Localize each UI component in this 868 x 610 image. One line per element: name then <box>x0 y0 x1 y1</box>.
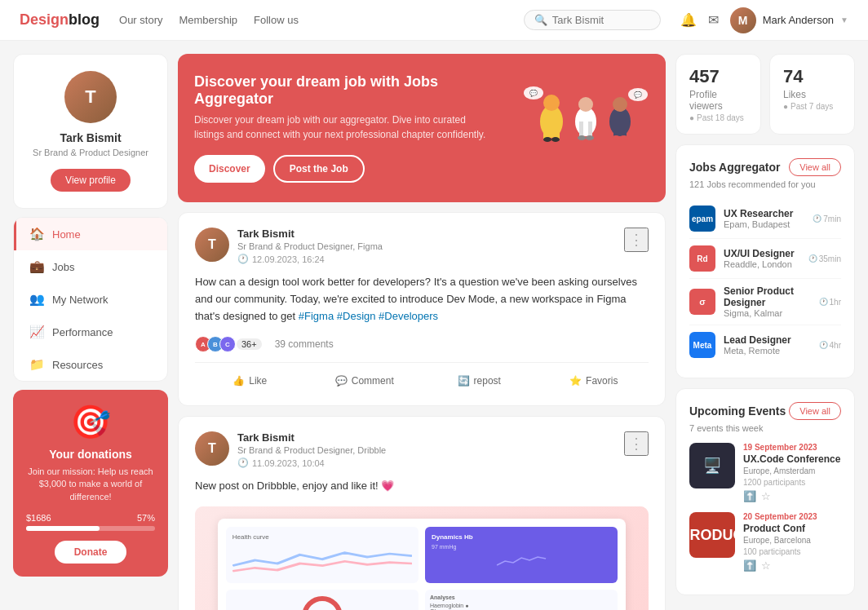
jobs-section-header: Jobs Aggregator View all <box>689 158 841 176</box>
progress-bar-fill <box>26 526 100 531</box>
svg-rect-9 <box>588 122 592 138</box>
profile-role: Sr Brand & Product Designer <box>27 148 154 157</box>
reaction-avatars: A B C <box>195 336 232 352</box>
clock-icon-job-2: 🕐 <box>808 254 817 263</box>
donations-card: 🎯 Your donations Join our mission: Help … <box>13 390 168 577</box>
profile-card: T Tark Bismit Sr Brand & Product Designe… <box>13 54 168 209</box>
svg-point-16 <box>543 137 551 142</box>
post-header-2: T Tark Bismit Sr Brand & Product Designe… <box>195 431 649 468</box>
main-feed: Discover your dream job with Jobs Aggreg… <box>178 54 666 610</box>
share-icon-1[interactable]: ⬆️ <box>743 490 756 502</box>
job-info-3: Senior Product Designer Sigma, Kalmar <box>724 285 811 318</box>
post-time-2: 🕐 11.09.2023, 10:04 <box>237 458 386 468</box>
svg-rect-8 <box>579 122 583 138</box>
svg-point-21 <box>620 135 628 140</box>
view-profile-button[interactable]: View profile <box>51 169 131 192</box>
network-icon: 👥 <box>29 292 44 307</box>
post-menu-button-2[interactable]: ⋮ <box>624 431 649 456</box>
post-user-role-2: Sr Brand & Product Designer, Dribble <box>237 445 386 455</box>
donate-button[interactable]: Donate <box>55 541 127 564</box>
post-user-role: Sr Brand & Product Designer, Figma <box>237 241 383 251</box>
job-item-2: Rd UX/UI Designer Readdle, London 🕐 35mi… <box>689 239 841 279</box>
svg-point-17 <box>551 137 560 142</box>
sidebar-item-label: Performance <box>52 326 113 338</box>
jobs-view-all-button[interactable]: View all <box>789 158 841 176</box>
likes-count: 74 <box>783 66 841 87</box>
share-icon-2[interactable]: ⬆️ <box>743 559 756 572</box>
job-title: UX Researcher <box>724 208 804 219</box>
post-job-button[interactable]: Post the Job <box>273 155 365 183</box>
like-button[interactable]: 👍 Like <box>195 371 305 391</box>
clock-icon-job: 🕐 <box>813 214 822 223</box>
favoris-button[interactable]: ⭐ Favoris <box>539 371 649 391</box>
likes-card: 74 Likes ● Past 7 days <box>769 54 855 135</box>
job-item-4: Meta Lead Designer Meta, Remote 🕐 4hr <box>689 325 841 365</box>
hashtag-design[interactable]: #Design <box>337 310 376 322</box>
job-time-4: 🕐 4hr <box>819 341 841 350</box>
svg-point-19 <box>586 135 594 140</box>
job-logo-sigma: σ <box>689 289 715 315</box>
post-content-2: New post on Dribbble, enjoy and like it!… <box>195 478 649 495</box>
avatar: M <box>730 7 756 33</box>
svg-rect-3 <box>555 122 560 139</box>
hashtag-figma[interactable]: #Figma <box>299 310 334 322</box>
comment-icon: 💬 <box>335 375 348 387</box>
banner-illustration: 💬 💬 <box>519 77 649 179</box>
svg-rect-12 <box>613 122 618 138</box>
job-logo-readdle: Rd <box>689 245 715 272</box>
progress-bar-background <box>26 526 155 531</box>
banner-title: Discover your dream job with Jobs Aggreg… <box>194 73 506 108</box>
profile-avatar: T <box>64 71 117 123</box>
events-card: Upcoming Events View all 7 events this w… <box>675 388 855 595</box>
sidebar-item-jobs[interactable]: 💼 Jobs <box>14 250 167 283</box>
bookmark-icon-2[interactable]: ☆ <box>761 559 771 572</box>
job-time-2: 🕐 35min <box>808 254 841 263</box>
sidebar-item-network[interactable]: 👥 My Network <box>14 283 167 316</box>
svg-point-7 <box>578 97 593 112</box>
post-user: T Tark Bismit Sr Brand & Product Designe… <box>195 228 383 264</box>
sidebar-item-performance[interactable]: 📈 Performance <box>14 316 167 348</box>
job-info-4: Lead Designer Meta, Remote <box>724 334 811 356</box>
post-card: T Tark Bismit Sr Brand & Product Designe… <box>178 212 666 406</box>
svg-rect-2 <box>543 122 548 139</box>
comment-button[interactable]: 💬 Comment <box>310 371 420 391</box>
sidebar-item-home[interactable]: 🏠 Home <box>14 218 167 250</box>
search-bar[interactable]: 🔍 <box>524 10 661 30</box>
hashtag-developers[interactable]: #Developers <box>379 310 438 322</box>
navbar: Designblog Our story Membership Follow u… <box>0 0 868 41</box>
post-menu-button[interactable]: ⋮ <box>624 228 649 252</box>
svg-point-1 <box>543 95 560 111</box>
event-name-2: Product Conf <box>743 523 841 534</box>
discover-button[interactable]: Discover <box>194 155 265 183</box>
nav-follow-us[interactable]: Follow us <box>254 14 299 26</box>
page-layout: T Tark Bismit Sr Brand & Product Designe… <box>0 41 868 610</box>
nav-our-story[interactable]: Our story <box>119 14 162 26</box>
sidebar-item-label: Jobs <box>52 261 74 273</box>
search-input[interactable] <box>552 14 650 26</box>
event-info-2: 20 September 2023 Product Conf Europe, B… <box>743 512 841 572</box>
mock-chart: Health curve <box>226 527 418 583</box>
job-company-2: Readdle, London <box>724 259 800 269</box>
mock-circle-area: 97mmHg <box>226 590 418 610</box>
bookmark-icon-1[interactable]: ☆ <box>761 490 771 502</box>
nav-membership[interactable]: Membership <box>179 14 237 26</box>
dot-icon: ● <box>689 113 694 122</box>
jobs-icon: 💼 <box>29 259 44 274</box>
repost-button[interactable]: 🔄 repost <box>424 371 534 391</box>
notification-icon[interactable]: 🔔 <box>680 12 697 28</box>
events-view-all-button[interactable]: View all <box>789 402 841 420</box>
nav-links: Our story Membership Follow us <box>119 14 299 26</box>
performance-icon: 📈 <box>29 325 44 339</box>
mail-icon[interactable]: ✉ <box>708 12 719 28</box>
sidebar-item-label: Home <box>52 228 81 241</box>
user-name: Mark Anderson <box>763 14 834 26</box>
sidebar-item-resources[interactable]: 📁 Resources <box>14 348 167 381</box>
user-menu[interactable]: M Mark Anderson ▼ <box>730 7 848 33</box>
brand-blog: blog <box>69 11 100 28</box>
event-date-2: 20 September 2023 <box>743 512 841 521</box>
brand-logo[interactable]: Designblog <box>20 11 100 29</box>
post-avatar-2: T <box>195 431 229 466</box>
post-user-info: Tark Bismit Sr Brand & Product Designer,… <box>237 228 383 264</box>
chart-line <box>232 544 412 577</box>
job-time-3: 🕐 1hr <box>819 298 841 307</box>
